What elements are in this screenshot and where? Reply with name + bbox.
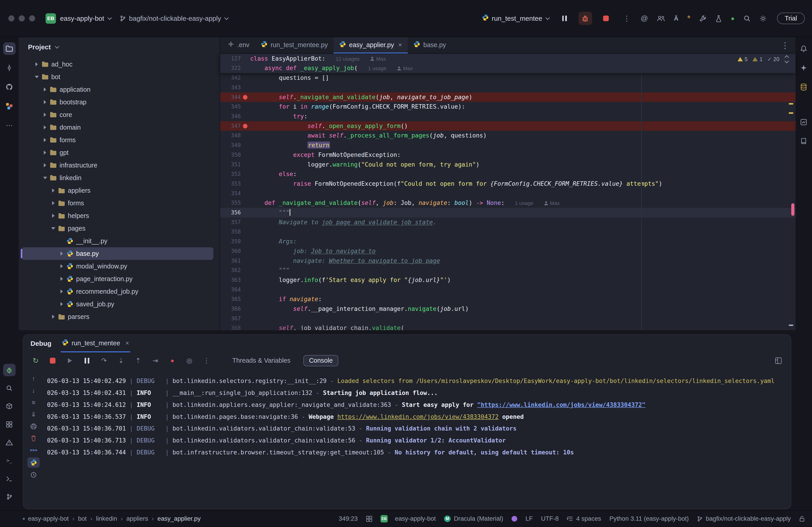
- status-item-dotpurple[interactable]: [511, 516, 517, 522]
- warning-stripe-mark[interactable]: [789, 103, 794, 105]
- project-panel-header[interactable]: Project: [19, 37, 220, 57]
- breakpoint-icon[interactable]: [243, 95, 248, 100]
- debug-tool-window-icon[interactable]: [3, 364, 16, 376]
- code-line-352[interactable]: 352 else:: [220, 169, 796, 179]
- line-number[interactable]: 343: [220, 83, 241, 92]
- pause-program-button[interactable]: [558, 12, 571, 25]
- line-number[interactable]: 355: [220, 198, 241, 208]
- python-packages-tool-icon[interactable]: [3, 400, 16, 412]
- rerun-icon[interactable]: ↻: [30, 356, 41, 366]
- code-line-358[interactable]: 358: [220, 227, 796, 237]
- tree-item-core[interactable]: core: [21, 108, 213, 121]
- breadcrumb-item[interactable]: linkedin: [96, 515, 117, 522]
- problems-tool-icon[interactable]: [3, 436, 16, 449]
- code-line-347[interactable]: 347 self._open_easy_apply_form(): [220, 121, 796, 131]
- close-icon[interactable]: ×: [126, 340, 129, 347]
- tree-item-modal-window-py[interactable]: modal_window.py: [21, 260, 213, 272]
- tree-item-helpers[interactable]: helpers: [21, 209, 213, 222]
- commit-tool-icon[interactable]: [3, 62, 16, 74]
- scrollbar-thumb[interactable]: [791, 203, 794, 216]
- expand-arrow-icon[interactable]: [42, 125, 49, 130]
- line-number[interactable]: 350: [220, 150, 241, 160]
- line-number[interactable]: 346: [220, 111, 241, 121]
- record-dot-icon[interactable]: ●: [731, 15, 735, 22]
- expand-arrow-icon[interactable]: [58, 289, 65, 293]
- expand-arrow-icon[interactable]: [33, 76, 40, 78]
- editor-tab--env[interactable]: .env: [222, 37, 255, 53]
- python-console-tool-icon[interactable]: [3, 472, 16, 485]
- line-number[interactable]: 354: [220, 189, 241, 198]
- step-out-icon[interactable]: ⇡: [133, 356, 143, 366]
- status-item-python-3-11-easy-apply-bot-[interactable]: Python 3.11 (easy-apply-bot): [609, 515, 689, 522]
- tree-item-forms[interactable]: forms: [21, 197, 213, 209]
- line-number[interactable]: 127: [220, 54, 241, 63]
- line-number[interactable]: 361: [220, 256, 241, 266]
- wrench-icon[interactable]: [699, 15, 707, 22]
- code-line-127[interactable]: 127class EasyApplierBot:12 usagesMax: [220, 54, 796, 63]
- translate-icon[interactable]: Ā: [674, 15, 679, 22]
- step-over-icon[interactable]: ↷: [99, 356, 109, 366]
- expand-arrow-icon[interactable]: [33, 62, 40, 66]
- more-tools-icon[interactable]: ⋯: [3, 119, 16, 132]
- inspections-widget[interactable]: 51✓20: [737, 56, 788, 63]
- sun-icon[interactable]: *: [687, 14, 691, 23]
- code-editor[interactable]: 342 questions = []343344 self._navigate_…: [220, 73, 796, 330]
- code-line-344[interactable]: 344 self._navigate_and_validate(job, nav…: [220, 92, 796, 102]
- usages-inlay[interactable]: 12 usages: [336, 56, 360, 62]
- usages-inlay[interactable]: 1 usage: [368, 65, 386, 71]
- stripe-mark[interactable]: [789, 325, 794, 326]
- status-item-lock[interactable]: [799, 516, 805, 522]
- at-mention-icon[interactable]: @: [641, 14, 648, 22]
- tree-item-gpt[interactable]: gpt: [21, 146, 213, 159]
- expand-arrow-icon[interactable]: [58, 252, 65, 256]
- step-into-icon[interactable]: ⇣: [116, 356, 126, 366]
- run-config-selector[interactable]: run_test_mentee: [482, 14, 549, 22]
- breadcrumb-item[interactable]: bot: [78, 515, 87, 522]
- line-number[interactable]: 366: [220, 304, 241, 314]
- expand-arrow-icon[interactable]: [49, 189, 57, 193]
- code-line-343[interactable]: 343: [220, 83, 796, 92]
- line-number[interactable]: 358: [220, 227, 241, 237]
- log-url-link[interactable]: https://www.linkedin.com/jobs/view/43833…: [337, 413, 499, 420]
- documentation-icon[interactable]: [798, 135, 810, 147]
- services-tool-icon[interactable]: [3, 418, 16, 431]
- tree-item-appliers[interactable]: appliers: [21, 184, 213, 197]
- window-controls[interactable]: [8, 15, 35, 21]
- author-inlay[interactable]: Max: [397, 65, 413, 71]
- line-number[interactable]: 356: [220, 208, 241, 217]
- line-number[interactable]: 322: [220, 63, 241, 73]
- tree-item-forms[interactable]: forms: [21, 134, 213, 146]
- notifications-icon[interactable]: [798, 42, 810, 55]
- code-line-355[interactable]: 355 def _navigate_and_validate(self, job…: [220, 198, 796, 208]
- expand-arrow-icon[interactable]: [58, 302, 65, 306]
- tree-item-application[interactable]: application: [21, 83, 213, 96]
- minimize-window-icon[interactable]: [19, 15, 25, 21]
- breadcrumb-item[interactable]: easy_applier.py: [157, 515, 201, 522]
- line-number[interactable]: 352: [220, 169, 241, 179]
- console-prompt-icon[interactable]: >>>: [28, 446, 39, 455]
- status-item-utf-8[interactable]: UTF-8: [541, 515, 559, 522]
- editor-tab-run-test-mentee-py[interactable]: run_test_mentee.py: [255, 37, 334, 53]
- code-line-322[interactable]: 322 async def _easy_apply_job(1 usageMax: [220, 63, 796, 73]
- line-number[interactable]: 365: [220, 295, 241, 304]
- code-line-362[interactable]: 362 """: [220, 266, 796, 275]
- project-tool-icon[interactable]: [3, 42, 16, 55]
- inspection-weak-count[interactable]: 1: [752, 56, 763, 62]
- log-url-link[interactable]: "https://www.linkedin.com/jobs/view/4383…: [477, 401, 646, 408]
- expand-arrow-icon[interactable]: [42, 88, 49, 91]
- code-line-354[interactable]: 354: [220, 189, 796, 198]
- status-item-lf[interactable]: LF: [525, 515, 533, 522]
- line-number[interactable]: 345: [220, 102, 241, 111]
- caret-position[interactable]: 349:23: [339, 515, 358, 522]
- expand-arrow-icon[interactable]: [58, 264, 65, 268]
- expand-arrow-icon[interactable]: [42, 177, 49, 179]
- debug-session-tab[interactable]: run_test_mentee ×: [61, 335, 130, 352]
- usages-inlay[interactable]: 1 usage: [515, 200, 534, 206]
- tree-item-domain[interactable]: domain: [21, 121, 213, 134]
- expand-arrow-icon[interactable]: [49, 315, 57, 319]
- expand-arrow-icon[interactable]: [42, 163, 49, 167]
- line-number[interactable]: 348: [220, 131, 241, 140]
- soft-wrap-icon[interactable]: ≡: [28, 398, 39, 407]
- status-item-grid[interactable]: [366, 516, 372, 522]
- line-number[interactable]: 349: [220, 140, 241, 150]
